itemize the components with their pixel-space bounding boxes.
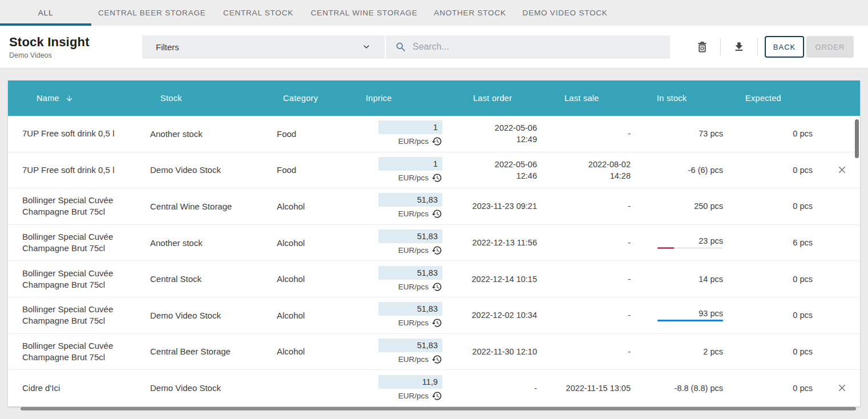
download-button[interactable] — [728, 35, 750, 58]
inprice-input[interactable]: 51,83 — [378, 193, 442, 207]
tab-bar: ALL CENTRAL BEER STORAGE CENTRAL STOCK C… — [0, 0, 868, 26]
last-sale-date: - — [537, 334, 631, 370]
close-icon — [837, 164, 847, 175]
back-button[interactable]: BACK — [765, 36, 804, 58]
search-box — [386, 35, 670, 59]
stock-location: Central Stock — [142, 261, 269, 297]
expected-value: 0 pcs — [723, 188, 813, 224]
table-header: Name Stock Category Inprice Last order L… — [8, 80, 860, 116]
title-block: Stock Insight Demo Videos — [0, 35, 142, 59]
product-name: 7UP Free soft drink 0,5 l — [22, 164, 114, 176]
expected-value: 6 pcs — [723, 225, 813, 261]
inprice-input[interactable]: 51,83 — [378, 339, 442, 352]
inprice-input[interactable]: 51,83 — [378, 229, 442, 243]
category: Alcohol — [269, 334, 362, 370]
toolbar: Stock Insight Demo Videos Filters BACK O… — [0, 26, 868, 68]
in-stock-value: -6 (6) pcs — [688, 166, 723, 175]
tab-label: CENTRAL BEER STORAGE — [98, 9, 206, 17]
tab-central-beer-storage[interactable]: CENTRAL BEER STORAGE — [91, 0, 213, 26]
column-label: Last order — [473, 94, 512, 103]
tab-label: ANOTHER STOCK — [434, 9, 506, 17]
tab-central-stock[interactable]: CENTRAL STOCK — [213, 0, 304, 26]
price-history-icon[interactable] — [431, 245, 442, 256]
inprice-input[interactable]: 11,9 — [378, 375, 442, 389]
table-row[interactable]: Bollinger Special Cuvée Champagne Brut 7… — [8, 188, 860, 225]
product-name: Bollinger Special Cuvée Champagne Brut 7… — [22, 231, 125, 254]
order-button[interactable]: ORDER — [806, 36, 854, 58]
price-history-icon[interactable] — [431, 281, 442, 292]
price-history-icon[interactable] — [431, 390, 442, 401]
in-stock-value: 250 pcs — [694, 202, 723, 211]
column-header-inprice[interactable]: Inprice — [362, 80, 445, 116]
table-row[interactable]: Bollinger Special Cuvée Champagne Brut 7… — [8, 225, 860, 261]
last-order-date: 2023-11-23 09:21 — [445, 188, 537, 224]
category: Food — [269, 152, 362, 188]
last-sale-date: - — [537, 225, 631, 261]
tab-label: DEMO VIDEO STOCK — [523, 9, 608, 17]
last-sale-date: - — [537, 116, 631, 152]
inprice-input[interactable]: 1 — [378, 120, 442, 134]
in-stock-value: 2 pcs — [703, 347, 723, 356]
category — [269, 370, 362, 406]
product-name: Bollinger Special Cuvée Champagne Brut 7… — [22, 268, 125, 291]
price-history-icon[interactable] — [431, 136, 442, 147]
column-label: Expected — [745, 94, 781, 103]
price-unit-label: EUR/pcs — [398, 137, 429, 146]
search-icon — [395, 41, 407, 53]
sort-desc-icon — [65, 94, 74, 103]
table-row[interactable]: 7UP Free soft drink 0,5 l Another stock … — [8, 116, 860, 152]
last-order-date: 2022-12-13 11:56 — [445, 225, 537, 261]
table-row[interactable]: 7UP Free soft drink 0,5 l Demo Video Sto… — [8, 152, 860, 189]
price-unit-label: EUR/pcs — [398, 174, 429, 182]
column-header-name[interactable]: Name — [8, 80, 142, 116]
filters-dropdown[interactable]: Filters — [142, 35, 385, 59]
stock-level-bar — [657, 320, 723, 321]
column-header-category[interactable]: Category — [269, 80, 362, 116]
price-history-icon[interactable] — [431, 317, 442, 328]
column-label: Category — [283, 94, 318, 103]
stock-location: Central Wine Storage — [142, 188, 269, 224]
tab-another-stock[interactable]: ANOTHER STOCK — [425, 0, 516, 26]
in-stock-value: 14 pcs — [699, 275, 723, 284]
tab-label: CENTRAL STOCK — [223, 9, 293, 17]
column-header-last-order[interactable]: Last order — [445, 80, 537, 116]
page-subtitle: Demo Videos — [9, 51, 142, 59]
column-header-in-stock[interactable]: In stock — [631, 80, 723, 116]
row-close-button[interactable] — [835, 163, 849, 176]
column-header-last-sale[interactable]: Last sale — [537, 80, 631, 116]
product-name: Bollinger Special Cuvée Champagne Brut 7… — [22, 340, 125, 363]
tab-all[interactable]: ALL — [0, 0, 91, 26]
stock-location: Demo Video Stock — [142, 297, 269, 333]
column-label: Inprice — [366, 94, 392, 103]
expected-value: 0 pcs — [723, 152, 813, 188]
delete-button[interactable] — [691, 35, 713, 58]
price-history-icon[interactable] — [431, 172, 442, 183]
tab-central-wine-storage[interactable]: CENTRAL WINE STORAGE — [304, 0, 425, 26]
row-close-button[interactable] — [835, 381, 849, 394]
trash-delete-icon — [696, 41, 709, 54]
price-history-icon[interactable] — [431, 208, 442, 219]
horizontal-scrollbar[interactable] — [21, 407, 856, 410]
inprice-input[interactable]: 51,83 — [378, 266, 442, 280]
table-row[interactable]: Cidre d'Ici Demo Video Stock 11,9 EUR/pc… — [8, 370, 860, 406]
inprice-input[interactable]: 1 — [378, 157, 442, 171]
product-name: Bollinger Special Cuvée Champagne Brut 7… — [22, 195, 125, 217]
category: Food — [269, 116, 362, 152]
column-header-stock[interactable]: Stock — [142, 80, 269, 116]
inprice-input[interactable]: 51,83 — [378, 302, 442, 316]
stock-location: Another stock — [142, 225, 269, 261]
vertical-scrollbar[interactable] — [855, 119, 859, 158]
expected-value: 0 pcs — [723, 297, 813, 333]
last-order-date: 2022-11-30 12:10 — [445, 334, 537, 370]
column-label: In stock — [657, 94, 687, 103]
table-row[interactable]: Bollinger Special Cuvée Champagne Brut 7… — [8, 334, 860, 370]
search-input[interactable] — [413, 42, 661, 52]
price-history-icon[interactable] — [431, 354, 442, 365]
toolbar-divider — [720, 38, 721, 55]
table-row[interactable]: Bollinger Special Cuvée Champagne Brut 7… — [8, 261, 860, 297]
tab-label: ALL — [38, 9, 53, 17]
tab-demo-video-stock[interactable]: DEMO VIDEO STOCK — [516, 0, 615, 26]
column-header-expected[interactable]: Expected — [723, 80, 813, 116]
table-row[interactable]: Bollinger Special Cuvée Champagne Brut 7… — [8, 297, 860, 334]
last-sale-date: 2022-11-15 13:05 — [537, 370, 631, 406]
